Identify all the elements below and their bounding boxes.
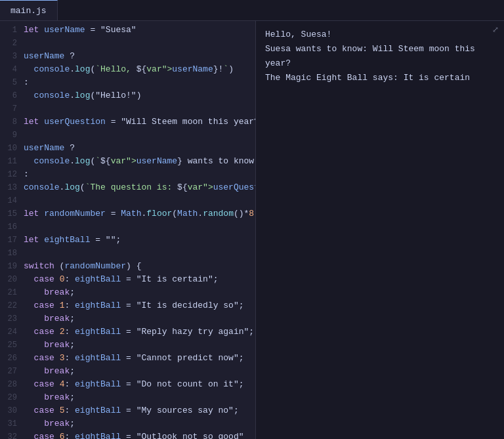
code-line: 13console.log(`The question is: ${var">u… — [0, 181, 255, 194]
line-number: 24 — [0, 325, 24, 339]
line-number: 1 — [0, 24, 24, 37]
line-number: 15 — [0, 207, 24, 220]
line-content: userName ? — [24, 142, 255, 155]
code-line: 2 — [0, 37, 255, 50]
code-line: 20 case 0: eightBall = "It is certain"; — [0, 273, 255, 286]
code-line: 8let userQuestion = "Will Steem moon thi… — [0, 115, 255, 129]
code-line: 19switch (randomNumber) { — [0, 260, 255, 273]
line-number: 26 — [0, 352, 24, 365]
code-line: 6 console.log("Hello!") — [0, 89, 255, 102]
line-number: 4 — [0, 63, 24, 76]
code-line: 10userName ? — [0, 142, 255, 155]
line-content: console.log(`Hello, ${var">userName}!`) — [24, 63, 255, 76]
line-content: console.log(`The question is: ${var">use… — [24, 181, 256, 194]
output-text: Hello, Suesa! Suesa wants to know: Will … — [265, 28, 495, 85]
code-line: 27 break; — [0, 365, 255, 378]
line-content: let eightBall = ""; — [24, 234, 255, 247]
code-line: 22 case 1: eightBall = "It is decidedly … — [0, 299, 255, 312]
tab-main-js[interactable]: main.js — [0, 0, 58, 20]
line-content: case 2: eightBall = "Reply hazy try agai… — [24, 325, 255, 339]
line-number: 25 — [0, 339, 24, 352]
tab-bar: main.js — [0, 0, 504, 21]
code-line: 26 case 3: eightBall = "Cannot predict n… — [0, 352, 255, 365]
main-content: 1let userName = "Suesa"23userName ?4 con… — [0, 21, 504, 439]
code-line: 15let randomNumber = Math.floor(Math.ran… — [0, 207, 255, 220]
line-number: 21 — [0, 286, 24, 299]
code-line: 18 — [0, 247, 255, 260]
line-number: 28 — [0, 378, 24, 391]
code-line: 3userName ? — [0, 50, 255, 63]
line-number: 16 — [0, 220, 24, 234]
line-number: 8 — [0, 115, 24, 129]
code-line: 21 break; — [0, 286, 255, 299]
line-content: console.log(`${var">userName} wants to k… — [24, 155, 256, 168]
line-content: case 3: eightBall = "Cannot predict now"… — [24, 352, 255, 365]
line-content: : — [24, 168, 255, 181]
code-line: 14 — [0, 194, 255, 207]
code-line: 30 case 5: eightBall = "My sources say n… — [0, 404, 255, 417]
line-number: 12 — [0, 168, 24, 181]
line-content: break; — [24, 391, 255, 404]
expand-icon[interactable]: ⤢ — [492, 25, 499, 35]
line-content: let userQuestion = "Will Steem moon this… — [24, 115, 256, 129]
line-content: case 0: eightBall = "It is certain"; — [24, 273, 255, 286]
line-number: 22 — [0, 299, 24, 312]
line-content: userName ? — [24, 50, 255, 63]
code-line: 17let eightBall = ""; — [0, 234, 255, 247]
code-line: 32 case 6: eightBall = "Outlook not so g… — [0, 430, 255, 439]
code-line: 12: — [0, 168, 255, 181]
code-line: 25 break; — [0, 339, 255, 352]
code-line: 5: — [0, 76, 255, 89]
line-number: 6 — [0, 89, 24, 102]
line-number: 29 — [0, 391, 24, 404]
code-line: 11 console.log(`${var">userName} wants t… — [0, 155, 255, 168]
line-number: 18 — [0, 247, 24, 260]
line-number: 31 — [0, 417, 24, 430]
line-content: case 1: eightBall = "It is decidedly so"… — [24, 299, 255, 312]
output-pane: ⤢ Hello, Suesa! Suesa wants to know: Wil… — [256, 21, 504, 439]
line-content: break; — [24, 312, 255, 325]
line-number: 7 — [0, 102, 24, 115]
line-content: break; — [24, 365, 255, 378]
line-content: case 5: eightBall = "My sources say no"; — [24, 404, 255, 417]
line-number: 11 — [0, 155, 24, 168]
line-content: case 6: eightBall = "Outlook not so good… — [24, 430, 255, 439]
line-number: 30 — [0, 404, 24, 417]
line-number: 32 — [0, 430, 24, 439]
code-line: 16 — [0, 220, 255, 234]
editor-pane: 1let userName = "Suesa"23userName ?4 con… — [0, 21, 256, 439]
line-number: 5 — [0, 76, 24, 89]
code-line: 4 console.log(`Hello, ${var">userName}!`… — [0, 63, 255, 76]
line-content: break; — [24, 286, 255, 299]
line-content: let randomNumber = Math.floor(Math.rando… — [24, 207, 256, 220]
line-number: 23 — [0, 312, 24, 325]
code-line: 23 break; — [0, 312, 255, 325]
line-content: let userName = "Suesa" — [24, 24, 255, 37]
line-number: 2 — [0, 37, 24, 50]
code-line: 24 case 2: eightBall = "Reply hazy try a… — [0, 325, 255, 339]
code-line: 7 — [0, 102, 255, 115]
line-content: break; — [24, 339, 255, 352]
line-number: 27 — [0, 365, 24, 378]
line-number: 10 — [0, 142, 24, 155]
code-line: 1let userName = "Suesa" — [0, 24, 255, 37]
line-number: 13 — [0, 181, 24, 194]
line-content: console.log("Hello!") — [24, 89, 255, 102]
code-line: 31 break; — [0, 417, 255, 430]
code-line: 28 case 4: eightBall = "Do not count on … — [0, 378, 255, 391]
line-number: 20 — [0, 273, 24, 286]
code-line: 29 break; — [0, 391, 255, 404]
tab-label: main.js — [10, 6, 47, 16]
line-content: : — [24, 76, 255, 89]
line-content: break; — [24, 417, 255, 430]
line-number: 3 — [0, 50, 24, 63]
line-number: 19 — [0, 260, 24, 273]
line-number: 9 — [0, 129, 24, 142]
code-line: 9 — [0, 129, 255, 142]
line-content: switch (randomNumber) { — [24, 260, 255, 273]
line-number: 17 — [0, 234, 24, 247]
line-content: case 4: eightBall = "Do not count on it"… — [24, 378, 255, 391]
line-number: 14 — [0, 194, 24, 207]
